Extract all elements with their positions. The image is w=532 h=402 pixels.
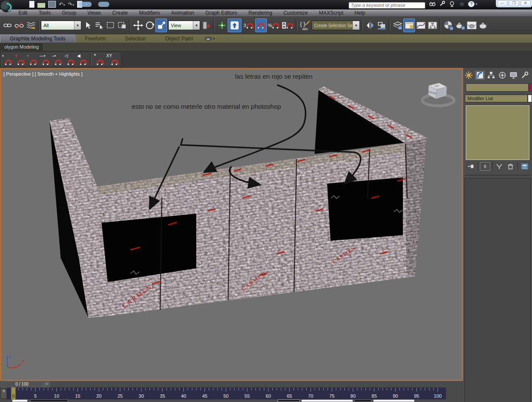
schematic-view-button[interactable] bbox=[427, 18, 438, 32]
pin-stack-button[interactable] bbox=[466, 162, 476, 171]
minimize-button[interactable]: — bbox=[497, 0, 507, 6]
edit-named-selection-sets-button[interactable]: { }ABC bbox=[299, 18, 312, 32]
close-button[interactable]: ✕ bbox=[520, 0, 531, 6]
percent-snap-toggle-button[interactable]: % bbox=[267, 18, 281, 32]
new-scene-icon[interactable] bbox=[29, 1, 34, 8]
favorites-icon[interactable]: ☆ bbox=[458, 1, 466, 8]
mirror-button[interactable] bbox=[364, 18, 376, 32]
menu-views[interactable]: Views bbox=[82, 10, 107, 16]
graphite-modeling-ribbon-toggle[interactable] bbox=[403, 18, 415, 32]
menu-tools[interactable]: Tools bbox=[33, 10, 56, 16]
angle-snap-toggle-button[interactable] bbox=[255, 18, 267, 32]
restore-button[interactable]: ❐ bbox=[509, 0, 519, 6]
show-end-result-button[interactable]: II bbox=[480, 162, 490, 171]
spinner-snap-toggle-button[interactable] bbox=[281, 18, 294, 32]
help-icon[interactable]: ? bbox=[468, 1, 475, 7]
reference-coordinate-dropdown[interactable]: View ▼ bbox=[168, 21, 200, 30]
modifier-list-dropdown-button[interactable] bbox=[528, 95, 532, 102]
tab-motion[interactable] bbox=[498, 71, 507, 80]
menu-maxscript[interactable]: MAXScript bbox=[313, 10, 349, 16]
make-unique-button[interactable] bbox=[494, 162, 504, 171]
bind-to-space-warp-button[interactable] bbox=[25, 18, 37, 32]
align-button[interactable] bbox=[376, 18, 387, 32]
tab-graphite-modeling-tools[interactable]: Graphite Modeling Tools bbox=[0, 34, 75, 43]
chevron-down-icon[interactable]: ▼ bbox=[193, 21, 200, 30]
object-name-field[interactable] bbox=[466, 83, 529, 92]
snaps-toggle-3d-button[interactable]: 3 bbox=[241, 18, 255, 32]
select-and-link-button[interactable] bbox=[2, 18, 13, 32]
menu-modifiers[interactable]: Modifiers bbox=[133, 10, 166, 16]
menu-create[interactable]: Create bbox=[107, 10, 133, 16]
snap-xy-button[interactable]: XY bbox=[105, 53, 120, 66]
tab-freeform[interactable]: Freeform bbox=[75, 34, 115, 43]
render-production-button[interactable] bbox=[477, 18, 489, 32]
snap-face-button[interactable]: ◁ bbox=[64, 53, 76, 66]
material-editor-button[interactable] bbox=[442, 18, 454, 32]
search-icon[interactable] bbox=[428, 1, 436, 8]
snap-vertex-button[interactable]: ▪ bbox=[1, 53, 14, 66]
named-selection-set-dropdown[interactable]: Create Selection Se ▼ bbox=[312, 21, 360, 30]
search-field[interactable] bbox=[349, 1, 425, 7]
use-pivot-point-center-button[interactable] bbox=[200, 18, 212, 32]
next-frame-button[interactable]: > bbox=[43, 381, 50, 387]
snap-all-button[interactable]: * bbox=[93, 53, 105, 66]
tab-hierarchy[interactable] bbox=[486, 71, 496, 80]
tab-object-paint[interactable]: Object Paint bbox=[155, 34, 202, 43]
menu-graph-editors[interactable]: Graph Editors bbox=[200, 10, 243, 16]
tab-selection[interactable]: Selection bbox=[115, 34, 155, 43]
select-and-scale-button[interactable] bbox=[155, 18, 167, 32]
snap-face-center-button[interactable]: ◀ bbox=[76, 53, 89, 66]
chevron-down-icon[interactable]: ▼ bbox=[74, 21, 81, 30]
select-and-move-button[interactable] bbox=[132, 18, 144, 32]
subscription-icon[interactable] bbox=[448, 1, 456, 8]
tab-modify[interactable] bbox=[475, 71, 485, 80]
select-object-button[interactable] bbox=[81, 18, 93, 32]
unlink-selection-button[interactable] bbox=[13, 18, 25, 32]
tab-display[interactable] bbox=[509, 71, 518, 80]
rollout-area[interactable] bbox=[464, 178, 531, 402]
manage-layers-button[interactable] bbox=[392, 18, 403, 32]
object-color-swatch[interactable] bbox=[529, 83, 532, 92]
window-crossing-toggle-button[interactable] bbox=[116, 18, 128, 32]
rendered-frame-window-button[interactable] bbox=[466, 18, 477, 32]
polygon-modeling-panel-label[interactable]: olygon Modeling bbox=[0, 43, 43, 52]
snap-point-button[interactable]: ▫ bbox=[26, 53, 39, 66]
curve-editor-button[interactable] bbox=[415, 18, 427, 32]
tab-utilities[interactable] bbox=[520, 71, 529, 80]
snap-midpoint-button[interactable]: –▪ bbox=[51, 53, 64, 66]
application-menu-button[interactable] bbox=[0, 0, 12, 12]
save-file-icon[interactable] bbox=[48, 1, 56, 8]
window-opening-right[interactable] bbox=[327, 178, 403, 241]
select-by-name-button[interactable] bbox=[93, 18, 105, 32]
viewport-label[interactable]: [ Perspective ] [ Smooth + Highlights ] bbox=[3, 71, 83, 77]
search-input[interactable] bbox=[349, 2, 425, 9]
rectangular-selection-region-button[interactable] bbox=[105, 18, 116, 32]
communication-center-icon[interactable] bbox=[438, 1, 446, 8]
menu-edit[interactable]: Edit bbox=[13, 10, 33, 16]
select-and-manipulate-button[interactable] bbox=[216, 18, 228, 32]
snap-edge-button[interactable]: —▪ bbox=[39, 53, 51, 66]
help-dropdown-icon[interactable]: ▾ bbox=[476, 2, 477, 6]
remove-modifier-button[interactable] bbox=[505, 162, 516, 171]
tab-create[interactable] bbox=[464, 71, 473, 80]
snap-pivot-button[interactable]: + bbox=[14, 53, 26, 66]
menu-rendering[interactable]: Rendering bbox=[243, 10, 278, 16]
undo-icon[interactable]: ↶▾ bbox=[59, 1, 65, 7]
render-setup-button[interactable] bbox=[454, 18, 466, 32]
open-file-icon[interactable] bbox=[37, 3, 45, 8]
modifier-list-dropdown[interactable]: Modifier List bbox=[465, 95, 528, 102]
perspective-viewport[interactable]: CARMEN CARMEN CARMEN las letr bbox=[1, 69, 462, 380]
modifier-stack-list[interactable] bbox=[466, 105, 529, 160]
menu-animation[interactable]: Animation bbox=[166, 10, 200, 16]
menu-group[interactable]: Group bbox=[56, 10, 82, 16]
configure-modifier-sets-button[interactable] bbox=[520, 162, 530, 171]
menu-customize[interactable]: Customize bbox=[278, 10, 313, 16]
select-and-rotate-button[interactable] bbox=[144, 18, 155, 32]
chevron-down-icon[interactable]: ▼ bbox=[353, 21, 359, 30]
redo-icon[interactable]: ↷▾ bbox=[68, 1, 74, 7]
selection-filter-dropdown[interactable]: All ▼ bbox=[41, 21, 81, 30]
menu-help[interactable]: Help bbox=[349, 10, 371, 16]
keyboard-shortcut-override-toggle[interactable] bbox=[228, 18, 241, 32]
ribbon-minimize-button[interactable]: ▬▾ bbox=[203, 34, 217, 43]
open-minitrack-button[interactable]: ⇅ bbox=[0, 389, 7, 399]
